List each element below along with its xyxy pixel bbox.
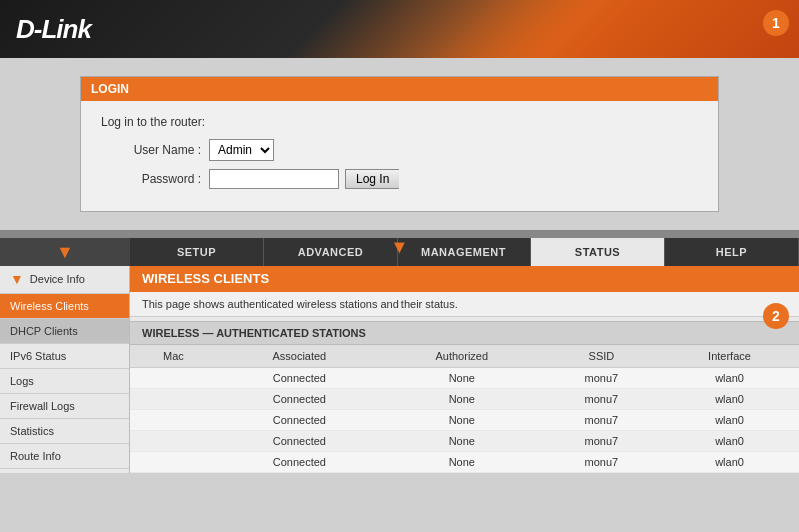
cell-ssid: monu7 (543, 431, 660, 452)
username-row: User Name : Admin (101, 139, 698, 161)
sidebar-arrow: ▼ (0, 238, 130, 266)
col-authorized: Authorized (382, 345, 543, 368)
sidebar-item-label-ipv6-status: IPv6 Status (10, 350, 66, 362)
cell-ssid: monu7 (543, 410, 660, 431)
table-row: ConnectedNonemonu7wlan0 (130, 452, 799, 473)
sidebar-item-label-route-info: Route Info (10, 450, 61, 462)
tab-advanced[interactable]: ADVANCED (264, 238, 398, 266)
col-ssid: SSID (543, 345, 660, 368)
bottom-section: ▼ ▼ SETUP ADVANCED MANAGEMENT STATUS HEL… (0, 238, 799, 473)
device-info-arrow: ▼ (10, 271, 24, 287)
cell-mac (130, 452, 217, 473)
cell-mac (130, 368, 217, 389)
sidebar-item-label-firewall-logs: Firewall Logs (10, 400, 75, 412)
login-box: LOGIN Log in to the router: User Name : … (80, 76, 719, 212)
sidebar-item-ipv6-status[interactable]: IPv6 Status (0, 344, 129, 369)
table-row: ConnectedNonemonu7wlan0 (130, 389, 799, 410)
cell-associated: Connected (217, 452, 382, 473)
username-select[interactable]: Admin (209, 139, 274, 161)
cell-authorized: None (382, 410, 543, 431)
sidebar-item-label-wireless-clients: Wireless Clients (10, 300, 89, 312)
dlink-logo: D-Link (16, 14, 91, 45)
cell-ssid: monu7 (543, 452, 660, 473)
sidebar-item-label-device-info: Device Info (30, 273, 85, 285)
sidebar-item-route-info[interactable]: Route Info (0, 444, 129, 469)
sidebar-item-statistics[interactable]: Statistics (0, 419, 129, 444)
cell-interface: wlan0 (660, 452, 799, 473)
username-label: User Name : (101, 143, 201, 157)
login-title: LOGIN (81, 77, 718, 101)
sidebar-item-label-dhcp-clients: DHCP Clients (10, 325, 78, 337)
password-row: Password : Log In (101, 169, 698, 189)
content-header-wrapper: WIRELESS CLIENTS 2 (130, 266, 799, 292)
table-header-row: Mac Associated Authorized SSID Interface (130, 345, 799, 368)
cell-mac (130, 410, 217, 431)
password-input[interactable] (209, 169, 339, 189)
step1-badge: 1 (763, 10, 789, 36)
login-content: Log in to the router: User Name : Admin … (81, 101, 718, 211)
cell-interface: wlan0 (660, 389, 799, 410)
cell-ssid: monu7 (543, 389, 660, 410)
col-interface: Interface (660, 345, 799, 368)
sidebar-item-label-logs: Logs (10, 375, 34, 387)
section-title: WIRELESS — AUTHENTICATED STATIONS (130, 321, 799, 345)
cell-associated: Connected (217, 389, 382, 410)
sidebar: ▼ Device Info Wireless Clients DHCP Clie… (0, 266, 130, 473)
sidebar-item-firewall-logs[interactable]: Firewall Logs (0, 394, 129, 419)
step2-badge: 2 (763, 303, 789, 329)
cell-mac (130, 431, 217, 452)
status-arrow-indicator: ▼ (390, 236, 409, 259)
cell-ssid: monu7 (543, 368, 660, 389)
tabs-container: SETUP ADVANCED MANAGEMENT STATUS HELP (130, 238, 799, 266)
tab-setup[interactable]: SETUP (130, 238, 264, 266)
cell-authorized: None (382, 368, 543, 389)
table-row: ConnectedNonemonu7wlan0 (130, 368, 799, 389)
wireless-clients-table: Mac Associated Authorized SSID Interface… (130, 345, 799, 473)
password-label: Password : (101, 172, 201, 186)
table-row: ConnectedNonemonu7wlan0 (130, 410, 799, 431)
cell-authorized: None (382, 452, 543, 473)
login-button[interactable]: Log In (345, 169, 400, 189)
col-associated: Associated (217, 345, 382, 368)
sidebar-item-label-statistics: Statistics (10, 425, 54, 437)
sidebar-item-wireless-clients[interactable]: Wireless Clients (0, 294, 129, 319)
tab-management[interactable]: MANAGEMENT (398, 238, 531, 266)
top-section: D-Link 1 LOGIN Log in to the router: Use… (0, 0, 799, 230)
login-area: LOGIN Log in to the router: User Name : … (0, 58, 799, 230)
cell-mac (130, 389, 217, 410)
cell-associated: Connected (217, 368, 382, 389)
cell-authorized: None (382, 431, 543, 452)
col-mac: Mac (130, 345, 217, 368)
cell-associated: Connected (217, 431, 382, 452)
sidebar-placeholder: ▼ (0, 238, 130, 266)
table-row: ConnectedNonemonu7wlan0 (130, 431, 799, 452)
cell-associated: Connected (217, 410, 382, 431)
cell-interface: wlan0 (660, 368, 799, 389)
header-bar: D-Link 1 (0, 0, 799, 58)
content-area: WIRELESS CLIENTS 2 This page shows authe… (130, 266, 799, 473)
page-title: WIRELESS CLIENTS (130, 266, 799, 292)
main-area: ▼ Device Info Wireless Clients DHCP Clie… (0, 266, 799, 473)
page-description: This page shows authenticated wireless s… (130, 292, 799, 317)
login-description: Log in to the router: (101, 115, 698, 129)
sidebar-item-dhcp-clients[interactable]: DHCP Clients (0, 319, 129, 344)
sidebar-item-logs[interactable]: Logs (0, 369, 129, 394)
sidebar-item-device-info[interactable]: ▼ Device Info (0, 266, 129, 294)
tab-status[interactable]: STATUS (531, 238, 665, 266)
cell-interface: wlan0 (660, 431, 799, 452)
cell-authorized: None (382, 389, 543, 410)
tab-help[interactable]: HELP (665, 238, 799, 266)
cell-interface: wlan0 (660, 410, 799, 431)
